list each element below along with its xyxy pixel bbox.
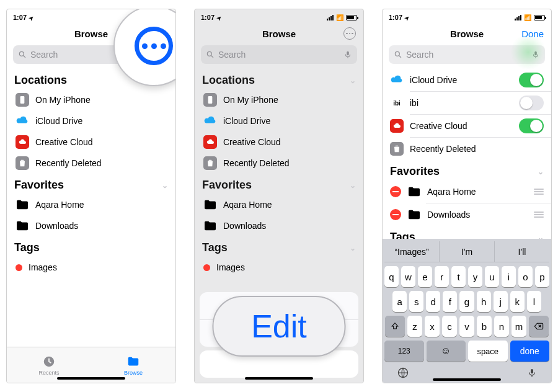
delete-button[interactable] bbox=[390, 186, 401, 197]
favorite-aqara-home[interactable]: Aqara Home bbox=[195, 194, 363, 215]
status-bar: 1:07 📶 bbox=[195, 9, 363, 23]
key-e[interactable]: e bbox=[418, 266, 432, 287]
status-time: 1:07 bbox=[389, 14, 402, 21]
location-creative-cloud[interactable]: Creative Cloud bbox=[7, 131, 175, 153]
files-browse-edit-screen: 1:07 📶 Browse Done Search iCloud Drive i… bbox=[382, 9, 552, 383]
key-space[interactable]: space bbox=[468, 341, 508, 362]
key-s[interactable]: s bbox=[409, 291, 423, 312]
key-x[interactable]: x bbox=[425, 316, 440, 337]
key-v[interactable]: v bbox=[459, 316, 474, 337]
done-button[interactable]: Done bbox=[521, 29, 544, 39]
files-browse-actionsheet-screen: 1:07 📶 Browse Search Locations ⌄ On My i… bbox=[194, 9, 364, 383]
drag-handle[interactable] bbox=[534, 212, 544, 218]
chevron-down-icon: ⌄ bbox=[350, 244, 356, 252]
more-icon bbox=[135, 27, 173, 65]
key-shift[interactable] bbox=[385, 316, 405, 337]
location-recently-deleted: Recently Deleted bbox=[383, 138, 551, 160]
key-g[interactable]: g bbox=[459, 291, 474, 312]
favorite-downloads[interactable]: Downloads bbox=[195, 215, 363, 236]
icloud-icon bbox=[390, 74, 404, 86]
shift-icon bbox=[391, 322, 399, 331]
favorite-aqara-home[interactable]: Aqara Home bbox=[7, 194, 175, 215]
tags-header[interactable]: Tags ⌄ bbox=[195, 236, 363, 257]
creative-cloud-icon bbox=[203, 135, 217, 149]
key-h[interactable]: h bbox=[477, 291, 491, 312]
key-n[interactable]: n bbox=[494, 316, 509, 337]
location-on-my-iphone[interactable]: On My iPhone bbox=[195, 89, 363, 110]
key-b[interactable]: b bbox=[477, 316, 492, 337]
location-recently-deleted[interactable]: Recently Deleted bbox=[7, 153, 175, 174]
iphone-icon bbox=[16, 93, 29, 107]
favorite-aqara-home: Aqara Home bbox=[383, 180, 551, 203]
key-c[interactable]: c bbox=[442, 316, 457, 337]
home-indicator[interactable] bbox=[245, 377, 313, 380]
suggestion-3[interactable]: I'll bbox=[494, 241, 549, 262]
key-d[interactable]: d bbox=[426, 291, 440, 312]
key-k[interactable]: k bbox=[510, 291, 525, 312]
key-u[interactable]: u bbox=[485, 266, 499, 287]
key-123[interactable]: 123 bbox=[384, 341, 424, 362]
location-arrow-icon bbox=[217, 14, 222, 21]
search-placeholder: Search bbox=[406, 50, 433, 60]
favorites-header[interactable]: Favorites ⌄ bbox=[195, 174, 363, 194]
key-j[interactable]: j bbox=[494, 291, 508, 312]
tag-dot-icon bbox=[203, 264, 210, 271]
key-emoji[interactable]: ☺ bbox=[427, 341, 466, 362]
files-browse-screen: 1:07 📶 Browse Search Locations On My iPh… bbox=[6, 9, 176, 383]
key-m[interactable]: m bbox=[512, 316, 526, 337]
ibi-toggle[interactable] bbox=[519, 96, 544, 110]
mic-icon bbox=[343, 50, 352, 59]
suggestion-2[interactable]: I'm bbox=[439, 241, 494, 262]
creative-cloud-toggle[interactable] bbox=[519, 118, 544, 133]
key-done[interactable]: done bbox=[510, 341, 550, 362]
icloud-icon bbox=[203, 115, 217, 127]
ibi-icon: ibi bbox=[390, 100, 404, 107]
search-input[interactable]: Search bbox=[389, 45, 545, 64]
location-icloud-drive[interactable]: iCloud Drive bbox=[7, 110, 175, 131]
favorites-header[interactable]: Favorites ⌄ bbox=[383, 160, 551, 180]
key-l[interactable]: l bbox=[527, 291, 541, 312]
home-indicator[interactable] bbox=[57, 377, 125, 380]
tag-images[interactable]: Images bbox=[195, 257, 363, 278]
trash-icon bbox=[390, 142, 404, 156]
key-f[interactable]: f bbox=[443, 291, 457, 312]
favorites-header[interactable]: Favorites ⌄ bbox=[7, 174, 175, 194]
status-time: 1:07 bbox=[13, 14, 27, 21]
location-creative-cloud: Creative Cloud bbox=[383, 115, 551, 137]
key-i[interactable]: i bbox=[502, 266, 516, 287]
page-title: Browse bbox=[450, 29, 484, 39]
more-button[interactable] bbox=[343, 27, 356, 40]
cell-signal-icon bbox=[515, 15, 521, 20]
suggestion-1[interactable]: “Images” bbox=[384, 241, 439, 262]
tag-images[interactable]: Images bbox=[7, 257, 175, 278]
location-icloud-drive[interactable]: iCloud Drive bbox=[195, 110, 363, 131]
home-indicator[interactable] bbox=[433, 378, 501, 381]
key-y[interactable]: y bbox=[468, 266, 482, 287]
key-p[interactable]: p bbox=[535, 266, 549, 287]
delete-button[interactable] bbox=[390, 209, 401, 220]
more-icon bbox=[343, 27, 356, 40]
locations-header[interactable]: Locations ⌄ bbox=[195, 69, 363, 89]
key-a[interactable]: a bbox=[392, 291, 407, 312]
status-bar: 1:07 📶 bbox=[383, 9, 551, 23]
key-t[interactable]: t bbox=[451, 266, 466, 287]
search-input[interactable]: Search bbox=[201, 45, 357, 64]
location-arrow-icon bbox=[405, 14, 410, 21]
drag-handle[interactable] bbox=[534, 189, 544, 195]
icloud-toggle[interactable] bbox=[519, 73, 544, 87]
tags-header[interactable]: Tags bbox=[7, 236, 175, 257]
location-on-my-iphone[interactable]: On My iPhone bbox=[7, 89, 175, 110]
location-creative-cloud[interactable]: Creative Cloud bbox=[195, 131, 363, 153]
key-w[interactable]: w bbox=[401, 266, 415, 287]
key-o[interactable]: o bbox=[518, 266, 533, 287]
location-recently-deleted[interactable]: Recently Deleted bbox=[195, 153, 363, 174]
globe-icon[interactable] bbox=[397, 367, 409, 379]
key-z[interactable]: z bbox=[407, 316, 422, 337]
key-q[interactable]: q bbox=[384, 266, 399, 287]
key-backspace[interactable] bbox=[529, 316, 549, 337]
tag-dot-icon bbox=[16, 264, 22, 271]
favorite-downloads[interactable]: Downloads bbox=[7, 215, 175, 236]
dictation-icon[interactable] bbox=[527, 367, 537, 379]
keyboard-row-2: a s d f g h j k l bbox=[384, 291, 549, 312]
key-r[interactable]: r bbox=[435, 266, 449, 287]
